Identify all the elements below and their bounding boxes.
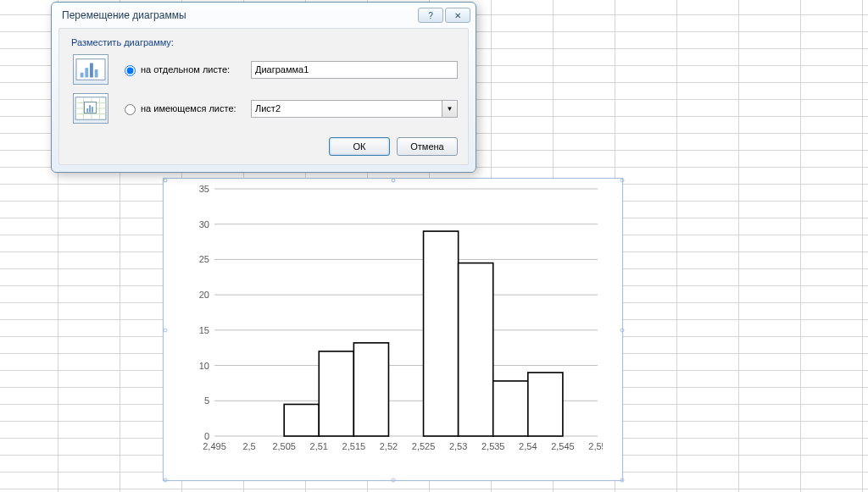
svg-rect-58: [92, 107, 93, 113]
radio-separate-label: на отдельном листе:: [141, 64, 251, 75]
svg-point-3: [164, 329, 167, 332]
svg-text:0: 0: [204, 431, 209, 441]
svg-text:35: 35: [199, 185, 209, 194]
svg-text:2,545: 2,545: [551, 441, 575, 451]
svg-text:2,52: 2,52: [380, 441, 398, 451]
svg-rect-38: [353, 343, 388, 436]
option-separate-sheet-row: на отдельном листе:: [70, 54, 458, 85]
radio-existing-label: на имеющемся листе:: [141, 103, 251, 113]
existing-sheet-icon: [73, 93, 108, 124]
svg-text:10: 10: [199, 361, 209, 371]
svg-rect-44: [81, 73, 84, 78]
existing-sheet-combo[interactable]: ▼: [251, 100, 458, 118]
existing-sheet-name-input[interactable]: [251, 100, 442, 118]
svg-text:2,5: 2,5: [242, 441, 255, 451]
svg-rect-42: [528, 373, 563, 436]
svg-text:25: 25: [199, 254, 209, 264]
help-button[interactable]: ?: [418, 8, 443, 23]
svg-rect-47: [95, 69, 98, 77]
svg-text:2,495: 2,495: [203, 441, 226, 451]
svg-text:5: 5: [204, 395, 209, 406]
separate-sheet-name-input[interactable]: [251, 61, 458, 79]
ok-button[interactable]: ОК: [329, 137, 390, 156]
svg-text:2,53: 2,53: [449, 441, 467, 451]
svg-rect-40: [459, 263, 493, 436]
chart-object[interactable]: 051015202530352,4952,52,5052,512,5152,52…: [163, 178, 623, 481]
close-button[interactable]: ✕: [445, 8, 470, 23]
move-chart-dialog: Перемещение диаграммы ? ✕ Разместить диа…: [51, 2, 476, 173]
svg-text:15: 15: [199, 325, 209, 335]
svg-rect-36: [284, 404, 319, 436]
svg-rect-37: [319, 351, 353, 436]
svg-text:2,535: 2,535: [481, 441, 505, 451]
svg-rect-39: [424, 231, 459, 436]
svg-text:2,505: 2,505: [272, 441, 296, 451]
svg-text:2,51: 2,51: [310, 441, 328, 451]
svg-rect-46: [90, 63, 93, 77]
svg-rect-41: [493, 381, 528, 436]
dialog-body: Разместить диаграмму: на отдельном листе…: [58, 28, 469, 165]
dialog-title: Перемещение диаграммы: [62, 9, 416, 21]
svg-text:2,525: 2,525: [412, 441, 436, 451]
cancel-button[interactable]: Отмена: [397, 137, 458, 156]
new-sheet-icon: [73, 54, 108, 85]
svg-rect-56: [86, 108, 88, 113]
histogram-chart: 051015202530352,4952,52,5052,512,5152,52…: [196, 185, 603, 456]
svg-text:2,515: 2,515: [342, 441, 366, 451]
svg-rect-57: [89, 105, 91, 113]
section-label: Разместить диаграмму:: [71, 37, 458, 47]
radio-separate-sheet[interactable]: [125, 65, 136, 76]
svg-text:2,54: 2,54: [519, 441, 537, 451]
svg-rect-45: [85, 68, 88, 77]
dialog-button-row: ОК Отмена: [70, 132, 458, 156]
svg-text:20: 20: [199, 290, 209, 300]
option-existing-sheet-row: на имеющемся листе: ▼: [70, 93, 458, 124]
combo-dropdown-button[interactable]: ▼: [442, 100, 458, 118]
radio-existing-sheet[interactable]: [125, 104, 136, 115]
dialog-titlebar[interactable]: Перемещение диаграммы ? ✕: [52, 3, 476, 28]
svg-text:30: 30: [199, 219, 209, 229]
svg-point-1: [392, 179, 395, 182]
svg-text:2,55: 2,55: [588, 441, 603, 451]
svg-point-0: [164, 179, 167, 182]
